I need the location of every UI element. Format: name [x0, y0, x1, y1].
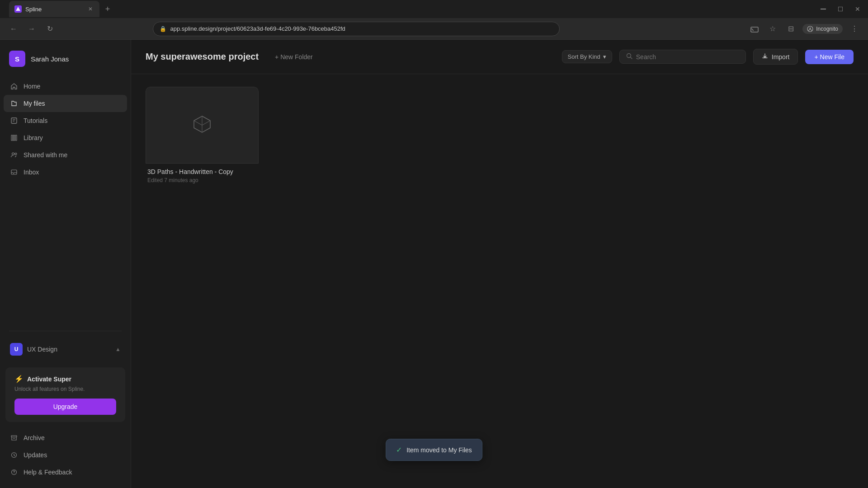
- sidebar-bottom-nav: Archive Updates: [0, 426, 131, 488]
- project-title: My superawesome project: [146, 52, 259, 62]
- sidebar-item-label-library: Library: [24, 134, 43, 141]
- url-text: app.spline.design/project/60623a3d-fe69-…: [170, 25, 345, 32]
- new-folder-button[interactable]: + New Folder: [269, 51, 318, 63]
- team-header[interactable]: U UX Design ▲: [4, 338, 127, 360]
- main-content: My superawesome project + New Folder Sor…: [131, 40, 868, 488]
- toast-notification: ✓ Item moved to My Files: [386, 439, 482, 461]
- side-panel-button[interactable]: ⊟: [784, 23, 797, 35]
- lightning-icon: ⚡: [14, 375, 24, 383]
- cast-button[interactable]: [748, 23, 761, 35]
- sidebar-item-inbox[interactable]: Inbox: [4, 164, 127, 181]
- back-button[interactable]: ←: [7, 23, 20, 35]
- svg-rect-16: [11, 436, 17, 437]
- sidebar: S Sarah Jonas Home M: [0, 40, 131, 488]
- tab-label: Spline: [25, 6, 83, 13]
- browser-window-controls[interactable]: ✕: [816, 2, 864, 16]
- new-tab-button[interactable]: +: [101, 3, 114, 15]
- user-name: Sarah Jonas: [31, 55, 69, 63]
- svg-rect-7: [11, 118, 17, 123]
- file-info: 3D Paths - Handwritten - Copy Edited 7 m…: [146, 164, 259, 185]
- user-header[interactable]: S Sarah Jonas: [0, 40, 131, 76]
- sidebar-item-label-tutorials: Tutorials: [24, 117, 47, 124]
- sidebar-item-label-inbox: Inbox: [24, 169, 39, 176]
- sidebar-item-updates[interactable]: Updates: [4, 446, 127, 464]
- bookmark-button[interactable]: ☆: [766, 23, 779, 35]
- files-grid: 3D Paths - Handwritten - Copy Edited 7 m…: [131, 74, 868, 488]
- svg-rect-10: [11, 135, 13, 141]
- import-button[interactable]: Import: [753, 49, 798, 65]
- team-section: U UX Design ▲: [0, 335, 131, 364]
- svg-marker-0: [16, 7, 20, 11]
- ssl-lock-icon: 🔒: [160, 26, 166, 32]
- svg-rect-11: [14, 135, 15, 141]
- team-avatar: U: [10, 343, 23, 356]
- inbox-icon: [10, 168, 18, 176]
- main-header: My superawesome project + New Folder Sor…: [131, 40, 868, 74]
- close-button[interactable]: ✕: [851, 2, 864, 16]
- search-input[interactable]: [636, 53, 739, 61]
- new-file-button[interactable]: + New File: [805, 50, 854, 64]
- sidebar-item-label-archive: Archive: [24, 434, 45, 441]
- reload-button[interactable]: ↻: [43, 23, 56, 35]
- activate-header: ⚡ Activate Super: [14, 375, 116, 383]
- help-icon: [10, 468, 18, 476]
- sort-label: Sort By Kind: [568, 53, 600, 60]
- svg-rect-2: [838, 7, 843, 11]
- address-bar[interactable]: 🔒 app.spline.design/project/60623a3d-fe6…: [153, 22, 560, 36]
- search-bar[interactable]: [619, 50, 746, 64]
- app-layout: S Sarah Jonas Home M: [0, 40, 868, 488]
- upgrade-button[interactable]: Upgrade: [14, 399, 116, 415]
- files-icon: [10, 99, 18, 108]
- archive-icon: [10, 434, 18, 442]
- svg-point-13: [12, 153, 14, 155]
- active-tab[interactable]: Spline ✕: [9, 1, 99, 17]
- upgrade-section: ⚡ Activate Super Unlock all features on …: [5, 367, 125, 422]
- maximize-button[interactable]: [834, 2, 847, 16]
- sidebar-item-shared[interactable]: Shared with me: [4, 146, 127, 164]
- team-name: UX Design: [27, 346, 111, 353]
- browser-action-buttons: ☆ ⊟ Incognito ⋮: [748, 23, 861, 35]
- incognito-label: Incognito: [816, 26, 838, 32]
- sidebar-item-label-home: Home: [24, 83, 40, 90]
- sort-dropdown[interactable]: Sort By Kind ▾: [562, 50, 612, 63]
- svg-rect-15: [11, 170, 17, 174]
- updates-icon: [10, 451, 18, 459]
- tab-favicon: [14, 5, 22, 13]
- sidebar-item-label-shared: Shared with me: [24, 151, 67, 159]
- sidebar-item-my-files[interactable]: My files: [4, 95, 127, 112]
- incognito-badge: Incognito: [802, 24, 843, 34]
- tab-close-button[interactable]: ✕: [87, 5, 94, 13]
- sidebar-nav: Home My files: [0, 76, 131, 327]
- svg-rect-1: [821, 9, 826, 9]
- cube-icon: [190, 113, 214, 138]
- forward-button[interactable]: →: [25, 23, 38, 35]
- sidebar-item-help[interactable]: Help & Feedback: [4, 464, 127, 481]
- toast-message: Item moved to My Files: [406, 446, 472, 454]
- sidebar-item-tutorials[interactable]: Tutorials: [4, 112, 127, 129]
- minimize-button[interactable]: [816, 2, 830, 16]
- svg-point-4: [750, 31, 751, 32]
- activate-description: Unlock all features on Spline.: [14, 386, 116, 392]
- sidebar-item-library[interactable]: Library: [4, 129, 127, 146]
- address-bar-row: ← → ↻ 🔒 app.spline.design/project/60623a…: [0, 18, 868, 40]
- svg-point-20: [14, 473, 14, 474]
- svg-rect-12: [15, 135, 17, 141]
- sidebar-divider: [9, 331, 122, 331]
- sidebar-item-home[interactable]: Home: [4, 78, 127, 95]
- sidebar-item-label-help: Help & Feedback: [24, 469, 72, 476]
- file-card[interactable]: 3D Paths - Handwritten - Copy Edited 7 m…: [146, 87, 259, 185]
- svg-point-6: [810, 28, 811, 29]
- more-button[interactable]: ⋮: [848, 23, 861, 35]
- chevron-up-icon: ▲: [115, 346, 121, 352]
- file-meta: Edited 7 minutes ago: [147, 177, 257, 183]
- avatar: S: [9, 51, 25, 67]
- sidebar-item-label-updates: Updates: [24, 451, 47, 459]
- library-icon: [10, 134, 18, 142]
- sidebar-item-archive[interactable]: Archive: [4, 429, 127, 446]
- import-label: Import: [772, 53, 790, 61]
- search-icon: [626, 53, 632, 61]
- svg-rect-3: [751, 27, 758, 32]
- tab-bar: Spline ✕ + ✕: [0, 0, 868, 18]
- sidebar-item-label-my-files: My files: [24, 100, 45, 107]
- svg-point-14: [15, 153, 17, 155]
